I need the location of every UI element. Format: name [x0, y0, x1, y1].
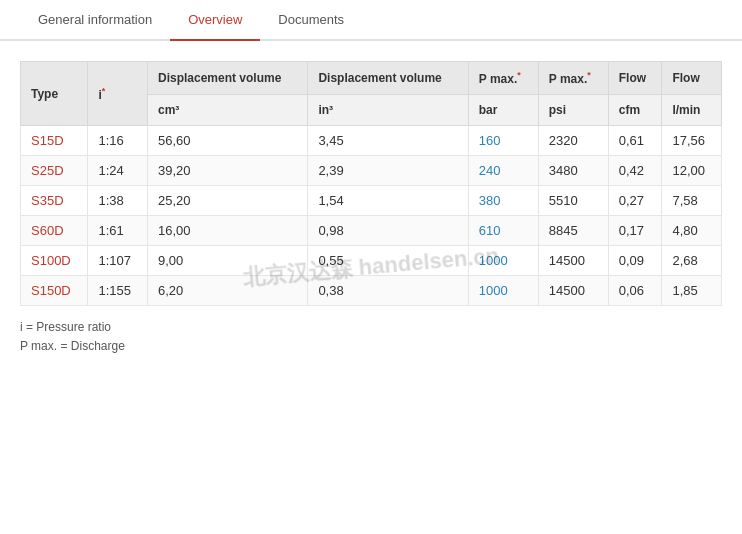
cell-disp-cm3: 16,00	[147, 216, 307, 246]
col-pmax-psi-header: P max.*	[538, 62, 608, 95]
cell-pmax-bar: 1000	[468, 276, 538, 306]
cell-type[interactable]: S15D	[21, 126, 88, 156]
cell-disp-cm3: 25,20	[147, 186, 307, 216]
cell-pmax-psi: 5510	[538, 186, 608, 216]
col-flow-cfm-unit: cfm	[608, 95, 662, 126]
cell-pmax-psi: 14500	[538, 246, 608, 276]
col-type: Type	[21, 62, 88, 126]
col-pmax-bar-unit: bar	[468, 95, 538, 126]
tab-documents[interactable]: Documents	[260, 0, 362, 41]
cell-flow-cfm: 0,61	[608, 126, 662, 156]
col-pmax-psi-unit: psi	[538, 95, 608, 126]
table-row: S150D1:1556,200,381000145000,061,85	[21, 276, 722, 306]
tab-overview[interactable]: Overview	[170, 0, 260, 41]
col-disp-in3-unit: in³	[308, 95, 468, 126]
tab-general-information[interactable]: General information	[20, 0, 170, 41]
cell-disp-cm3: 6,20	[147, 276, 307, 306]
cell-pmax-bar: 610	[468, 216, 538, 246]
cell-i: 1:155	[88, 276, 147, 306]
cell-disp-cm3: 9,00	[147, 246, 307, 276]
table-row: S25D1:2439,202,3924034800,4212,00	[21, 156, 722, 186]
col-flow-cfm-header: Flow	[608, 62, 662, 95]
cell-disp-in3: 3,45	[308, 126, 468, 156]
footnotes: i = Pressure ratio P max. = Discharge	[20, 318, 722, 356]
cell-type[interactable]: S35D	[21, 186, 88, 216]
table-row: S35D1:3825,201,5438055100,277,58	[21, 186, 722, 216]
table-body: S15D1:1656,603,4516023200,6117,56S25D1:2…	[21, 126, 722, 306]
cell-type[interactable]: S60D	[21, 216, 88, 246]
tabs-bar: General information Overview Documents	[0, 0, 742, 41]
cell-pmax-bar: 380	[468, 186, 538, 216]
cell-flow-cfm: 0,17	[608, 216, 662, 246]
cell-pmax-bar: 240	[468, 156, 538, 186]
cell-disp-cm3: 56,60	[147, 126, 307, 156]
cell-disp-in3: 1,54	[308, 186, 468, 216]
cell-flow-cfm: 0,27	[608, 186, 662, 216]
cell-flow-lmin: 7,58	[662, 186, 722, 216]
cell-flow-lmin: 2,68	[662, 246, 722, 276]
data-table: Type i* Displacement volume Displacement…	[20, 61, 722, 306]
cell-pmax-psi: 14500	[538, 276, 608, 306]
table-header-row1: Type i* Displacement volume Displacement…	[21, 62, 722, 95]
cell-flow-cfm: 0,42	[608, 156, 662, 186]
cell-flow-lmin: 4,80	[662, 216, 722, 246]
footnote-1: i = Pressure ratio	[20, 318, 722, 337]
cell-i: 1:38	[88, 186, 147, 216]
cell-i: 1:24	[88, 156, 147, 186]
cell-i: 1:61	[88, 216, 147, 246]
cell-flow-lmin: 12,00	[662, 156, 722, 186]
cell-disp-in3: 0,98	[308, 216, 468, 246]
cell-i: 1:16	[88, 126, 147, 156]
cell-pmax-psi: 8845	[538, 216, 608, 246]
cell-type[interactable]: S100D	[21, 246, 88, 276]
col-disp-cm3-header: Displacement volume	[147, 62, 307, 95]
col-disp-cm3-unit: cm³	[147, 95, 307, 126]
cell-pmax-bar: 1000	[468, 246, 538, 276]
cell-pmax-bar: 160	[468, 126, 538, 156]
cell-i: 1:107	[88, 246, 147, 276]
cell-type[interactable]: S150D	[21, 276, 88, 306]
cell-flow-cfm: 0,09	[608, 246, 662, 276]
cell-disp-in3: 2,39	[308, 156, 468, 186]
cell-type[interactable]: S25D	[21, 156, 88, 186]
table-row: S100D1:1079,000,551000145000,092,68	[21, 246, 722, 276]
cell-flow-lmin: 17,56	[662, 126, 722, 156]
col-flow-lmin-header: Flow	[662, 62, 722, 95]
cell-flow-lmin: 1,85	[662, 276, 722, 306]
table-row: S15D1:1656,603,4516023200,6117,56	[21, 126, 722, 156]
col-disp-in3-header: Displacement volume	[308, 62, 468, 95]
cell-disp-in3: 0,55	[308, 246, 468, 276]
footnote-2: P max. = Discharge	[20, 337, 722, 356]
cell-flow-cfm: 0,06	[608, 276, 662, 306]
cell-pmax-psi: 3480	[538, 156, 608, 186]
main-content: Type i* Displacement volume Displacement…	[0, 61, 742, 376]
col-flow-lmin-unit: l/min	[662, 95, 722, 126]
col-i: i*	[88, 62, 147, 126]
table-row: S60D1:6116,000,9861088450,174,80	[21, 216, 722, 246]
cell-disp-cm3: 39,20	[147, 156, 307, 186]
col-pmax-bar-header: P max.*	[468, 62, 538, 95]
cell-pmax-psi: 2320	[538, 126, 608, 156]
cell-disp-in3: 0,38	[308, 276, 468, 306]
